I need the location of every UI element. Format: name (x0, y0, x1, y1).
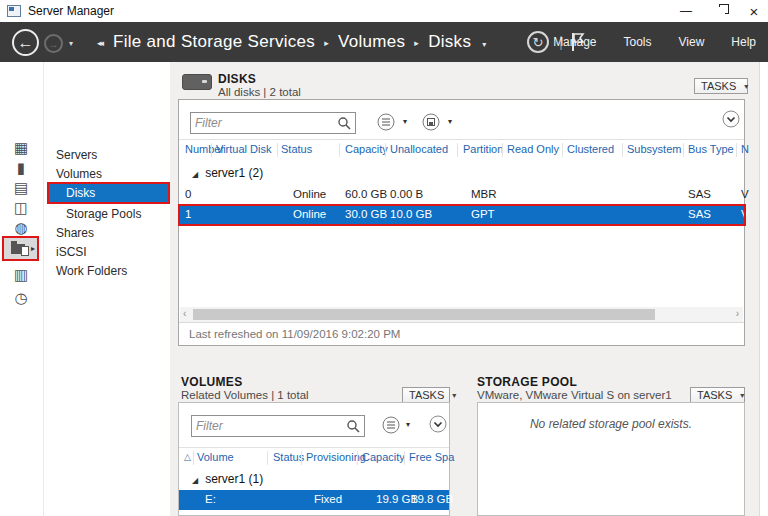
expand-pane-icon: ▸ (31, 244, 35, 253)
caret-down-icon: ▾ (740, 391, 744, 400)
sidebar-item-servers[interactable]: Servers (45, 146, 170, 164)
content-right-edge (759, 62, 760, 516)
breadcrumb: File and Storage Services ▸ Volumes ▸ Di… (113, 32, 487, 52)
col-bus-type[interactable]: Bus Type (688, 143, 734, 155)
close-button[interactable]: × (748, 3, 760, 20)
caret-down-icon[interactable]: ▾ (406, 420, 410, 429)
disks-section-title: DISKS (218, 72, 256, 86)
collapse-group-icon: ◢ (192, 170, 198, 179)
col-unallocated[interactable]: Unallocated (390, 143, 448, 155)
dns-icon[interactable]: ◍ (9, 219, 33, 237)
ad-ds-icon[interactable]: ◫ (9, 199, 33, 217)
hyper-v-icon[interactable]: ▥ (9, 266, 33, 284)
breadcrumb-level1[interactable]: File and Storage Services (113, 32, 315, 52)
disks-group-row[interactable]: ◢server1 (2) (192, 166, 263, 180)
breadcrumb-level3[interactable]: Disks (428, 32, 471, 52)
volumes-filter (191, 415, 365, 437)
horizontal-scrollbar[interactable]: ‹ › (180, 307, 743, 322)
caret-down-icon: ▾ (452, 391, 456, 400)
disks-filter (190, 112, 356, 134)
col-clustered[interactable]: Clustered (567, 143, 614, 155)
col-capacity[interactable]: Capacity (362, 451, 405, 463)
scroll-left-icon[interactable]: ‹ (183, 308, 186, 319)
volumes-group-row[interactable]: ◢server1 (1) (192, 472, 263, 486)
col-subsystem[interactable]: Subsystem (627, 143, 681, 155)
menu-bar: Manage Tools View Help (553, 22, 756, 62)
breadcrumb-level2[interactable]: Volumes (338, 32, 405, 52)
services-icon[interactable]: ◷ (9, 289, 33, 307)
col-read-only[interactable]: Read Only (507, 143, 559, 155)
breadcrumb-dropdown-icon[interactable]: ▾ (482, 36, 486, 49)
disks-filter-input[interactable] (195, 113, 333, 133)
annotation-box-disks (47, 182, 170, 204)
cell-partition: MBR (471, 188, 497, 200)
sidebar-item-shares[interactable]: Shares (45, 224, 170, 242)
all-servers-icon[interactable]: ▤ (9, 179, 33, 197)
menu-help[interactable]: Help (731, 35, 756, 49)
title-bar: Server Manager — × (0, 0, 768, 22)
search-icon (346, 419, 360, 437)
disks-section-subtitle: All disks | 2 total (218, 86, 301, 98)
cell-free-space: 19.8 GB (411, 493, 453, 505)
collapse-chevron-icon[interactable] (429, 415, 447, 433)
file-storage-services-highlight[interactable]: ▸ (2, 236, 39, 261)
restore-icon (716, 7, 725, 15)
menu-manage[interactable]: Manage (553, 35, 596, 49)
caret-down-icon[interactable]: ▾ (403, 117, 407, 126)
restore-button[interactable] (714, 4, 726, 18)
sidebar-item-volumes[interactable]: Volumes (45, 165, 170, 183)
col-name[interactable]: N (741, 143, 749, 155)
disks-tasks-button[interactable]: TASKS ▾ (694, 78, 748, 94)
volumes-panel: ▾ △ Volume Status Provisioning Capacity … (178, 402, 450, 516)
alert-column-icon[interactable]: △ (184, 452, 191, 462)
back-button[interactable]: ← (12, 29, 39, 56)
main-content: DISKS All disks | 2 total TASKS ▾ ▾ ▾ Nu… (170, 62, 768, 516)
volumes-group-label: server1 (1) (205, 472, 263, 486)
collapse-chevron-icon[interactable] (722, 110, 740, 128)
refresh-button[interactable]: ↻ (527, 31, 549, 53)
sidebar-item-work-folders[interactable]: Work Folders (45, 262, 170, 280)
col-capacity[interactable]: Capacity (345, 143, 388, 155)
history-dropdown-icon[interactable]: ▾ (69, 39, 73, 48)
server-manager-app-icon (7, 5, 21, 17)
col-status[interactable]: Status (281, 143, 312, 155)
filter-criteria-icon[interactable] (377, 113, 395, 131)
disks-group-label: server1 (2) (205, 166, 263, 180)
disks-status-bar: Last refreshed on 11/09/2016 9:02:20 PM (179, 322, 744, 345)
storage-pool-tasks-button[interactable]: TASKS ▾ (690, 387, 745, 403)
volumes-table-header: △ Volume Status Provisioning Capacity Fr… (179, 447, 449, 467)
volumes-section-title: VOLUMES (181, 375, 242, 389)
saved-queries-icon[interactable] (422, 113, 440, 131)
annotation-box-selected-disk (178, 204, 746, 226)
menu-view[interactable]: View (679, 35, 705, 49)
cell-bus-type: SAS (688, 188, 711, 200)
dashboard-icon[interactable]: ▦ (9, 139, 33, 157)
volume-row-selected[interactable]: E: Fixed 19.9 GB 19.8 GB (179, 490, 449, 510)
col-virtual-disk[interactable]: Virtual Disk (216, 143, 271, 155)
storage-pool-section-title: STORAGE POOL (477, 375, 577, 389)
col-free-space[interactable]: Free Spa (409, 451, 454, 463)
collapse-group-icon: ◢ (192, 476, 198, 485)
disks-table-header: Number Virtual Disk Status Capacity Unal… (179, 139, 744, 159)
volumes-filter-input[interactable] (196, 416, 342, 436)
sidebar-item-iscsi[interactable]: iSCSI (45, 243, 170, 261)
scrollbar-thumb[interactable] (193, 309, 655, 320)
disks-tasks-label: TASKS (701, 80, 736, 92)
filter-criteria-icon[interactable] (382, 416, 400, 434)
local-server-icon[interactable]: ▮ (9, 159, 33, 177)
volumes-tasks-label: TASKS (409, 389, 444, 401)
caret-down-icon[interactable]: ▾ (448, 117, 452, 126)
forward-button[interactable]: → (44, 34, 63, 53)
sidebar-item-storage-pools[interactable]: Storage Pools (45, 205, 170, 223)
col-partition[interactable]: Partition (463, 143, 503, 155)
col-volume[interactable]: Volume (197, 451, 234, 463)
menu-tools[interactable]: Tools (624, 35, 652, 49)
minimize-button[interactable]: — (680, 4, 692, 18)
window-title: Server Manager (28, 4, 114, 18)
disk-row-0[interactable]: 0 Online 60.0 GB 0.00 B MBR SAS V (179, 186, 744, 204)
volumes-tasks-button[interactable]: TASKS ▾ (402, 387, 450, 403)
cell-provisioning: Fixed (314, 493, 342, 505)
col-status[interactable]: Status (273, 451, 304, 463)
last-refreshed-text: Last refreshed on 11/09/2016 9:02:20 PM (189, 328, 400, 340)
scroll-right-icon[interactable]: › (736, 308, 739, 319)
